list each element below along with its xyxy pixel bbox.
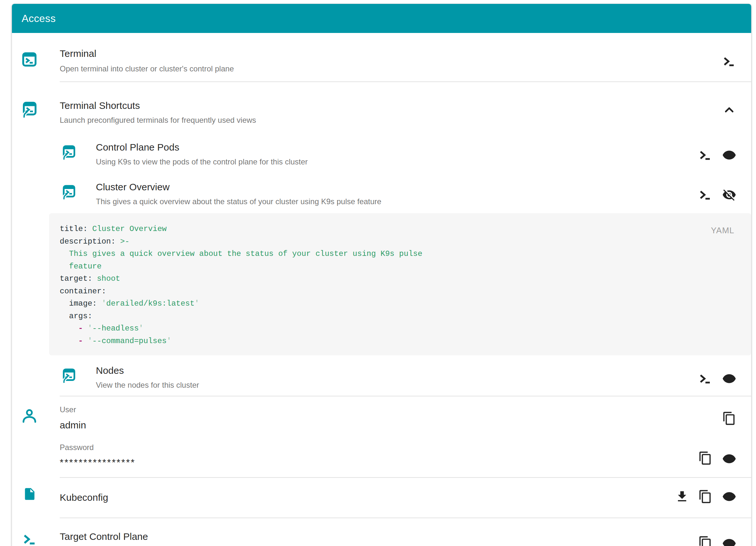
terminal-shortcuts-icon bbox=[22, 101, 37, 118]
yaml-line: image: 'derailed/k9s:latest' bbox=[60, 298, 680, 310]
yaml-preview-panel: YAML title: Cluster Overviewdescription:… bbox=[49, 213, 751, 356]
password-label: Password bbox=[60, 443, 94, 452]
yaml-badge: YAML bbox=[711, 225, 734, 235]
eye-icon bbox=[722, 452, 736, 466]
terminal-title: Terminal bbox=[60, 47, 96, 60]
cluster-overview-description: This gives a quick overview about the st… bbox=[96, 196, 381, 207]
password-value: **************** bbox=[60, 456, 136, 469]
eye-icon bbox=[722, 372, 736, 386]
copy-icon bbox=[698, 489, 712, 504]
kubeconfig-title: Kubeconfig bbox=[60, 491, 108, 504]
download-icon bbox=[675, 489, 689, 504]
download-kubeconfig-button[interactable] bbox=[675, 489, 689, 504]
copy-icon bbox=[698, 451, 712, 465]
copy-kubeconfig-button[interactable] bbox=[698, 489, 712, 504]
show-nodes-yaml-button[interactable] bbox=[722, 372, 736, 386]
launch-nodes-terminal-button[interactable] bbox=[698, 372, 712, 386]
yaml-line: description: >- bbox=[60, 235, 680, 248]
yaml-line: args: bbox=[60, 310, 680, 323]
console-icon bbox=[698, 188, 712, 202]
collapse-shortcuts-button[interactable] bbox=[722, 103, 736, 117]
yaml-line: title: Cluster Overview bbox=[60, 223, 680, 235]
yaml-line: target: shoot bbox=[60, 273, 680, 285]
eye-icon bbox=[722, 489, 736, 504]
console-icon bbox=[722, 54, 736, 68]
nodes-description: View the nodes for this cluster bbox=[96, 380, 199, 390]
divider bbox=[60, 81, 751, 82]
yaml-line: - '--headless' bbox=[60, 323, 680, 335]
reveal-password-button[interactable] bbox=[722, 452, 736, 466]
yaml-code: title: Cluster Overviewdescription: >- T… bbox=[60, 223, 680, 347]
show-target-control-plane-button[interactable] bbox=[722, 536, 736, 546]
yaml-line: feature bbox=[60, 260, 680, 273]
target-control-plane-icon bbox=[22, 531, 37, 546]
target-control-plane-title: Target Control Plane bbox=[60, 531, 148, 543]
yaml-line: container: bbox=[60, 285, 680, 298]
console-icon bbox=[698, 148, 712, 162]
card-title: Access bbox=[22, 13, 56, 25]
copy-icon bbox=[722, 411, 736, 426]
hide-cluster-overview-yaml-button[interactable] bbox=[722, 188, 736, 202]
eye-icon bbox=[722, 148, 736, 162]
eye-off-icon bbox=[722, 188, 736, 202]
shortcut-item-icon bbox=[61, 143, 76, 161]
cluster-overview-title: Cluster Overview bbox=[96, 181, 169, 193]
copy-user-button[interactable] bbox=[722, 411, 736, 426]
divider bbox=[60, 477, 751, 478]
access-card: Access Terminal Open terminal into clust… bbox=[12, 4, 751, 546]
copy-target-control-plane-button[interactable] bbox=[698, 536, 712, 546]
kubeconfig-file-icon bbox=[23, 486, 37, 502]
yaml-line: - '--command=pulses' bbox=[60, 335, 680, 348]
copy-password-button[interactable] bbox=[698, 451, 712, 465]
terminal-shortcuts-title: Terminal Shortcuts bbox=[60, 99, 140, 112]
divider bbox=[60, 396, 751, 397]
user-value: admin bbox=[60, 419, 86, 431]
show-kubeconfig-button[interactable] bbox=[722, 489, 736, 504]
open-terminal-button[interactable] bbox=[722, 54, 736, 68]
terminal-icon bbox=[22, 50, 37, 68]
launch-cluster-overview-terminal-button[interactable] bbox=[698, 188, 712, 202]
chevron-up-icon bbox=[722, 103, 736, 117]
divider bbox=[60, 518, 751, 518]
terminal-shortcuts-description: Launch preconfigured terminals for frequ… bbox=[60, 115, 256, 125]
user-icon bbox=[22, 408, 37, 423]
control-plane-pods-title: Control Plane Pods bbox=[96, 141, 179, 153]
launch-control-plane-pods-terminal-button[interactable] bbox=[698, 148, 712, 162]
access-card-header: Access bbox=[12, 4, 751, 33]
console-icon bbox=[698, 372, 712, 386]
terminal-description: Open terminal into cluster or cluster's … bbox=[60, 64, 234, 74]
shortcut-item-icon bbox=[61, 183, 76, 201]
control-plane-pods-description: Using K9s to view the pods of the contro… bbox=[96, 157, 308, 167]
nodes-title: Nodes bbox=[96, 365, 124, 377]
copy-icon bbox=[698, 536, 712, 546]
shortcut-item-icon bbox=[61, 367, 76, 384]
user-label: User bbox=[60, 405, 76, 415]
eye-icon bbox=[722, 536, 736, 546]
target-control-plane-description: Open terminal into the control plane of … bbox=[60, 544, 233, 546]
show-control-plane-pods-yaml-button[interactable] bbox=[722, 148, 736, 162]
yaml-line: This gives a quick overview about the st… bbox=[60, 248, 680, 260]
